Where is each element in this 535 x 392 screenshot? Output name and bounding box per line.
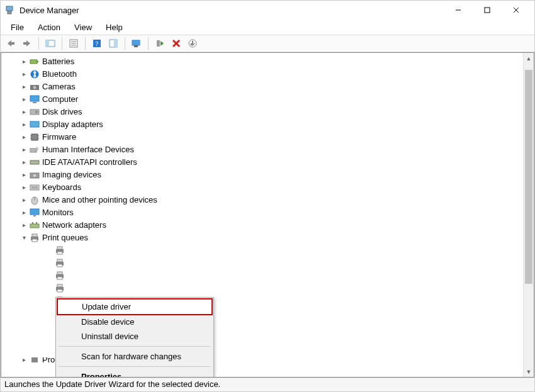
tree-item-disk-drives[interactable]: ▸Disk drives [14, 106, 523, 118]
scroll-track[interactable] [524, 64, 534, 366]
tree-item-hid[interactable]: ▸Human Interface Devices [14, 143, 523, 156]
svg-rect-1 [8, 11, 11, 14]
svg-rect-39 [30, 148, 37, 152]
tree-item-ide[interactable]: ▸IDE ATA/ATAPI controllers [14, 156, 523, 169]
tree-item-bluetooth[interactable]: ▸Bluetooth [14, 68, 523, 81]
ctx-properties[interactable]: Properties [57, 369, 212, 377]
svg-rect-64 [57, 277, 62, 279]
svg-rect-9 [46, 40, 49, 47]
svg-rect-54 [32, 234, 37, 237]
tree-item-cameras[interactable]: ▸Cameras [14, 81, 523, 93]
ide-icon [30, 157, 40, 167]
back-button[interactable] [3, 36, 18, 50]
tree-item-imaging[interactable]: ▸Imaging devices [14, 169, 523, 181]
ctx-disable-device[interactable]: Disable device [57, 315, 212, 329]
svg-rect-40 [30, 160, 39, 164]
forward-button[interactable] [20, 36, 35, 50]
tree-item-monitors[interactable]: ▸Monitors [14, 206, 523, 219]
menu-file[interactable]: File [4, 21, 30, 33]
svg-point-32 [35, 111, 38, 113]
bluetooth-icon [30, 69, 40, 79]
keyboard-icon [30, 182, 40, 193]
tree-item-print-queues[interactable]: ▾Print queues [14, 232, 523, 244]
print-queue-item[interactable]: ▸ [14, 257, 523, 269]
menu-help[interactable]: Help [99, 21, 129, 33]
imaging-icon [30, 170, 40, 180]
svg-rect-0 [6, 6, 13, 11]
hid-icon [30, 145, 40, 155]
monitor-icon [30, 208, 40, 218]
ctx-scan-hardware[interactable]: Scan for hardware changes [57, 349, 212, 364]
minimize-button[interactable] [444, 1, 473, 20]
printer-icon [55, 271, 65, 281]
svg-rect-19 [134, 45, 138, 47]
enable-device-button[interactable] [152, 36, 167, 50]
tree-item-batteries[interactable]: ▸Batteries [14, 55, 523, 68]
svg-rect-33 [30, 121, 39, 127]
svg-rect-55 [32, 239, 37, 242]
scroll-down-button[interactable]: ▼ [524, 366, 534, 377]
svg-rect-18 [132, 40, 140, 45]
ctx-uninstall-device[interactable]: Uninstall device [57, 329, 212, 344]
tree-item-firmware[interactable]: ▸Firmware [14, 131, 523, 143]
menu-action[interactable]: Action [31, 21, 67, 33]
svg-rect-57 [57, 247, 62, 249]
tree-item-network[interactable]: ▸Network adapters [14, 219, 523, 232]
status-bar: Launches the Update Driver Wizard for th… [1, 378, 534, 391]
svg-rect-52 [36, 222, 37, 224]
svg-rect-50 [30, 224, 39, 228]
context-menu: Update driver Disable device Uninstall d… [55, 297, 214, 377]
display-icon [30, 120, 40, 130]
svg-rect-7 [23, 42, 26, 45]
svg-rect-34 [31, 134, 38, 140]
battery-icon [30, 57, 40, 67]
menu-view[interactable]: View [68, 21, 98, 33]
svg-rect-83 [31, 357, 38, 362]
help-button[interactable]: ? [89, 36, 104, 50]
svg-point-28 [33, 86, 37, 89]
print-queue-item[interactable]: ▸ [14, 282, 523, 294]
svg-rect-51 [32, 222, 33, 224]
scan-hardware-button[interactable] [129, 36, 144, 50]
network-icon [30, 220, 40, 230]
ctx-update-driver[interactable]: Update driver [57, 298, 213, 315]
svg-rect-30 [33, 102, 37, 103]
svg-rect-17 [114, 40, 117, 47]
printer-icon [55, 245, 65, 255]
scroll-thumb[interactable] [525, 70, 532, 284]
ctx-separator [59, 366, 211, 367]
svg-rect-58 [57, 252, 62, 254]
maximize-button[interactable] [473, 1, 502, 20]
properties-button[interactable] [66, 36, 81, 50]
printer-icon [55, 258, 65, 268]
scroll-up-button[interactable]: ▲ [524, 53, 534, 64]
camera-icon [30, 82, 40, 92]
svg-rect-67 [57, 289, 62, 292]
close-button[interactable] [502, 1, 531, 20]
vertical-scrollbar[interactable]: ▲ ▼ [523, 53, 534, 377]
update-driver-button[interactable] [185, 36, 200, 50]
tree-item-computer[interactable]: ▸Computer [14, 93, 523, 106]
menubar: File Action View Help [1, 20, 534, 35]
disk-icon [30, 107, 40, 117]
svg-rect-20 [157, 40, 160, 47]
titlebar: Device Manager [1, 1, 534, 20]
toolbar: ? [1, 35, 534, 52]
tree-item-keyboards[interactable]: ▸Keyboards [14, 181, 523, 194]
tree-item-mice[interactable]: ▸Mice and other pointing devices [14, 194, 523, 206]
mouse-icon [30, 195, 40, 205]
svg-rect-66 [57, 284, 62, 287]
printer-icon [55, 283, 65, 293]
firmware-icon [30, 132, 40, 142]
action-pane-button[interactable] [106, 36, 121, 50]
show-hide-console-button[interactable] [43, 36, 58, 50]
svg-rect-6 [11, 42, 14, 45]
svg-rect-61 [57, 264, 62, 267]
print-queue-item[interactable]: ▸ [14, 244, 523, 257]
print-queue-item[interactable]: ▸ [14, 269, 523, 282]
uninstall-device-button[interactable] [169, 36, 184, 50]
ctx-separator [59, 346, 211, 347]
svg-rect-49 [33, 215, 36, 216]
tree-item-display-adapters[interactable]: ▸Display adapters [14, 118, 523, 131]
printer-icon [30, 233, 40, 243]
